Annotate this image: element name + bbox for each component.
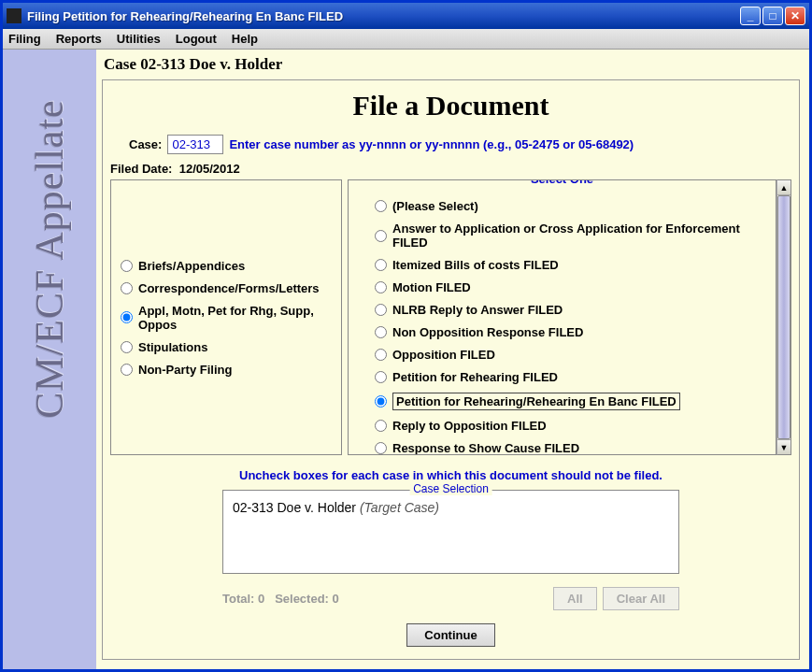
event-radio[interactable] xyxy=(375,281,387,293)
menu-help[interactable]: Help xyxy=(232,32,258,46)
case-label: Case: xyxy=(129,137,162,151)
all-button[interactable]: All xyxy=(553,587,597,610)
event-item[interactable]: (Please Select) xyxy=(375,199,766,213)
titlebar: Filing Petition for Rehearing/Rehearing … xyxy=(3,3,809,29)
total-value: 0 xyxy=(258,592,264,606)
menubar: Filing Reports Utilities Logout Help xyxy=(3,29,809,50)
event-radio[interactable] xyxy=(375,326,387,338)
main-panel: File a Document Case: Enter case number … xyxy=(102,79,800,660)
page-title: File a Document xyxy=(110,90,791,122)
case-header: Case 02-313 Doe v. Holder xyxy=(102,50,800,79)
maximize-button[interactable]: □ xyxy=(762,7,783,25)
event-scrollbar[interactable]: ▲ ▼ xyxy=(776,179,791,455)
event-item-selected[interactable]: Petition for Rehearing/Rehearing En Banc… xyxy=(375,393,766,410)
category-item[interactable]: Appl, Motn, Pet for Rhg, Supp, Oppos xyxy=(121,304,332,332)
selected-label: Selected: xyxy=(275,592,329,606)
case-hint: Enter case number as yy-nnnn or yy-nnnnn… xyxy=(229,137,634,151)
category-radio[interactable] xyxy=(121,364,133,376)
event-item[interactable]: NLRB Reply to Answer FILED xyxy=(375,303,766,317)
event-item[interactable]: Itemized Bills of costs FILED xyxy=(375,258,766,272)
filed-date-label: Filed Date: xyxy=(110,162,172,176)
category-item[interactable]: Correspondence/Forms/Letters xyxy=(121,281,332,295)
event-radio[interactable] xyxy=(375,442,387,454)
window-controls: _ □ ✕ xyxy=(740,7,805,25)
sidebar: CM/ECF Appellate xyxy=(3,50,96,669)
menu-utilities[interactable]: Utilities xyxy=(117,32,161,46)
body-area: CM/ECF Appellate Case 02-313 Doe v. Hold… xyxy=(3,50,809,669)
category-radio[interactable] xyxy=(121,260,133,272)
close-button[interactable]: ✕ xyxy=(785,7,805,25)
total-label: Total: xyxy=(222,592,254,606)
event-panel: Select One (Please Select) Answer to App… xyxy=(348,179,776,455)
event-list: (Please Select) Answer to Application or… xyxy=(349,180,776,454)
event-radio[interactable] xyxy=(375,371,387,383)
case-selection-note: (Target Case) xyxy=(360,500,439,515)
category-panel: Briefs/Appendices Correspondence/Forms/L… xyxy=(110,179,342,455)
filed-date: Filed Date: 12/05/2012 xyxy=(110,162,791,176)
event-radio[interactable] xyxy=(375,304,387,316)
category-item[interactable]: Briefs/Appendices xyxy=(121,259,332,273)
event-radio[interactable] xyxy=(375,395,387,407)
category-radio[interactable] xyxy=(121,282,133,294)
selected-value: 0 xyxy=(333,592,339,606)
continue-row: Continue xyxy=(110,623,791,647)
category-radio[interactable] xyxy=(121,311,133,323)
app-icon xyxy=(7,8,21,23)
app-window: Filing Petition for Rehearing/Rehearing … xyxy=(0,0,812,672)
sidebar-brand: CM/ECF Appellate xyxy=(27,99,72,419)
uncheck-instruction: Uncheck boxes for each case in which thi… xyxy=(110,468,791,482)
event-radio[interactable] xyxy=(375,349,387,361)
event-item[interactable]: Answer to Application or Cross Applicati… xyxy=(375,222,766,250)
event-radio[interactable] xyxy=(375,259,387,271)
category-item[interactable]: Non-Party Filing xyxy=(121,363,332,377)
menu-filing[interactable]: Filing xyxy=(8,32,41,46)
window-title: Filing Petition for Rehearing/Rehearing … xyxy=(27,9,740,23)
content: Case 02-313 Doe v. Holder File a Documen… xyxy=(96,50,809,669)
event-item[interactable]: Motion FILED xyxy=(375,280,766,294)
event-legend: Select One xyxy=(525,179,599,186)
minimize-button[interactable]: _ xyxy=(740,7,761,25)
event-radio[interactable] xyxy=(375,420,387,432)
menu-reports[interactable]: Reports xyxy=(56,32,102,46)
menu-logout[interactable]: Logout xyxy=(176,32,217,46)
event-item[interactable]: Non Opposition Response FILED xyxy=(375,325,766,339)
case-selection-legend: Case Selection xyxy=(409,482,492,495)
case-selection-row[interactable]: 02-313 Doe v. Holder (Target Case) xyxy=(233,500,669,515)
category-radio[interactable] xyxy=(121,341,133,353)
continue-button[interactable]: Continue xyxy=(406,623,494,647)
event-item[interactable]: Petition for Rehearing FILED xyxy=(375,370,766,384)
case-selection-case: 02-313 Doe v. Holder xyxy=(233,500,356,515)
scroll-down-icon[interactable]: ▼ xyxy=(777,439,791,454)
case-row: Case: Enter case number as yy-nnnn or yy… xyxy=(129,135,791,154)
category-list: Briefs/Appendices Correspondence/Forms/L… xyxy=(121,259,332,377)
case-number-input[interactable] xyxy=(167,135,223,154)
clear-all-button[interactable]: Clear All xyxy=(603,587,679,610)
event-item[interactable]: Opposition FILED xyxy=(375,348,766,362)
filed-date-value: 12/05/2012 xyxy=(179,162,240,176)
event-panel-wrap: Select One (Please Select) Answer to App… xyxy=(348,179,791,455)
scroll-thumb[interactable] xyxy=(777,195,791,439)
event-item[interactable]: Response to Show Cause FILED xyxy=(375,441,766,454)
scroll-up-icon[interactable]: ▲ xyxy=(777,180,791,195)
panels: Briefs/Appendices Correspondence/Forms/L… xyxy=(110,179,791,455)
event-radio[interactable] xyxy=(375,230,387,242)
event-radio[interactable] xyxy=(375,200,387,212)
category-item[interactable]: Stipulations xyxy=(121,340,332,354)
case-selection-panel: Case Selection 02-313 Doe v. Holder (Tar… xyxy=(222,490,679,574)
totals-row: Total: 0 Selected: 0 All Clear All xyxy=(222,587,679,610)
event-item[interactable]: Reply to Opposition FILED xyxy=(375,419,766,433)
